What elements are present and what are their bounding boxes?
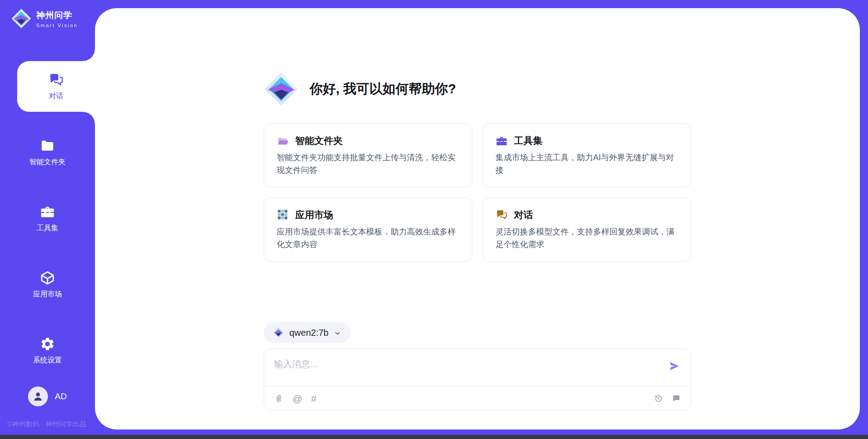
- paperclip-icon[interactable]: [274, 394, 283, 403]
- card-title: 应用市场: [295, 209, 333, 221]
- user-profile[interactable]: AD: [0, 387, 95, 406]
- sidebar-item-label: 系统设置: [33, 356, 62, 365]
- send-icon[interactable]: [668, 360, 680, 372]
- greeting: 你好, 我可以如何帮助你?: [264, 72, 691, 107]
- composer-toolbar-right: [654, 394, 681, 403]
- card-title: 智能文件夹: [295, 134, 343, 147]
- folder-open-icon: [277, 135, 289, 147]
- card-smart-folder[interactable]: 智能文件夹 智能文件夹功能支持批量文件上传与清洗，轻松实现文件问答: [264, 123, 472, 187]
- model-diamond-icon: [273, 327, 284, 339]
- chat-bubble-icon[interactable]: [671, 394, 681, 403]
- card-header: 应用市场: [277, 209, 459, 221]
- sidebar-item-label: 对话: [49, 91, 63, 101]
- chat-icon: [48, 72, 64, 87]
- card-description: 灵活切换多模型文件，支持多样回复效果调试，满足个性化需求: [495, 225, 678, 251]
- card-toolset[interactable]: 工具集 集成市场上主流工具，助力AI与外界无缝扩展与对接: [482, 123, 691, 187]
- at-mention-icon[interactable]: @: [292, 394, 302, 403]
- app-root: { "brand": { "name": "神州问学", "subtitle":…: [0, 0, 868, 439]
- card-description: 集成市场上主流工具，助力AI与外界无缝扩展与对接: [495, 151, 678, 177]
- sidebar-item-label: 智能文件夹: [29, 157, 66, 167]
- window-bottom-edge: [0, 435, 868, 439]
- main-panel: 你好, 我可以如何帮助你? 智能文件夹 智能文件夹功能支持批量文件上传与清洗，轻…: [95, 8, 860, 429]
- user-name: AD: [55, 391, 66, 401]
- brand-text: 神州问学 Smart Vision: [36, 10, 78, 28]
- sidebar-item-system-settings[interactable]: 系统设置: [0, 325, 95, 376]
- person-icon: [32, 391, 44, 402]
- gear-icon: [40, 336, 55, 352]
- card-description: 应用市场提供丰富长文本模板，助力高效生成多样化文章内容: [277, 225, 459, 251]
- sidebar-item-label: 工具集: [37, 224, 58, 233]
- sidebar-item-toolset[interactable]: 工具集: [0, 193, 95, 244]
- chevron-down-icon: [334, 329, 341, 337]
- avatar: [28, 387, 48, 406]
- folder-icon: [40, 138, 55, 153]
- card-chat[interactable]: 对话 灵活切换多模型文件，支持多样回复效果调试，满足个性化需求: [482, 197, 691, 262]
- toolbox-icon: [495, 135, 508, 147]
- composer-toolbar: @ #: [264, 386, 691, 410]
- card-header: 对话: [495, 209, 678, 221]
- greeting-diamond-icon: [264, 72, 299, 107]
- message-input[interactable]: [274, 357, 655, 371]
- sidebar-item-smart-folder[interactable]: 智能文件夹: [0, 127, 95, 178]
- card-app-market[interactable]: 应用市场 应用市场提供丰富长文本模板，助力高效生成多样化文章内容: [264, 197, 472, 262]
- hash-icon[interactable]: #: [311, 394, 316, 403]
- feature-cards: 智能文件夹 智能文件夹功能支持批量文件上传与清洗，轻松实现文件问答 工具集 集成…: [264, 123, 691, 262]
- copyright-text: ©神州数码 · 神州问学出品: [7, 420, 95, 429]
- sidebar-item-app-market[interactable]: 应用市场: [0, 259, 95, 310]
- cube-icon: [40, 270, 55, 286]
- history-icon[interactable]: [654, 394, 663, 403]
- card-title: 工具集: [514, 134, 542, 147]
- message-input-box: @ #: [264, 348, 691, 410]
- card-header: 工具集: [495, 134, 678, 147]
- model-selector[interactable]: qwen2:7b: [264, 322, 350, 343]
- sidebar-item-label: 应用市场: [33, 290, 62, 299]
- main-content: 你好, 我可以如何帮助你? 智能文件夹 智能文件夹功能支持批量文件上传与清洗，轻…: [264, 8, 691, 429]
- composer: qwen2:7b @ #: [264, 322, 691, 429]
- sidebar-item-chat[interactable]: 对话: [17, 61, 95, 112]
- sidebar: 神州问学 Smart Vision 对话 智能文件夹 工具集 应用市场 系统设置: [0, 0, 95, 435]
- card-header: 智能文件夹: [277, 134, 459, 147]
- sidebar-nav: 对话 智能文件夹 工具集 应用市场 系统设置: [0, 61, 95, 376]
- brand-logo-diamond-icon: [11, 8, 32, 29]
- model-name: qwen2:7b: [289, 328, 329, 338]
- grid-icon: [277, 209, 289, 221]
- chat-icon: [495, 209, 508, 221]
- card-title: 对话: [514, 209, 533, 221]
- brand-subtitle: Smart Vision: [36, 23, 78, 28]
- greeting-title: 你好, 我可以如何帮助你?: [310, 80, 456, 98]
- toolbox-icon: [40, 204, 55, 220]
- sidebar-spacer: [0, 376, 95, 387]
- brand: 神州问学 Smart Vision: [11, 8, 95, 29]
- card-description: 智能文件夹功能支持批量文件上传与清洗，轻松实现文件问答: [277, 151, 459, 177]
- brand-name: 神州问学: [36, 10, 78, 21]
